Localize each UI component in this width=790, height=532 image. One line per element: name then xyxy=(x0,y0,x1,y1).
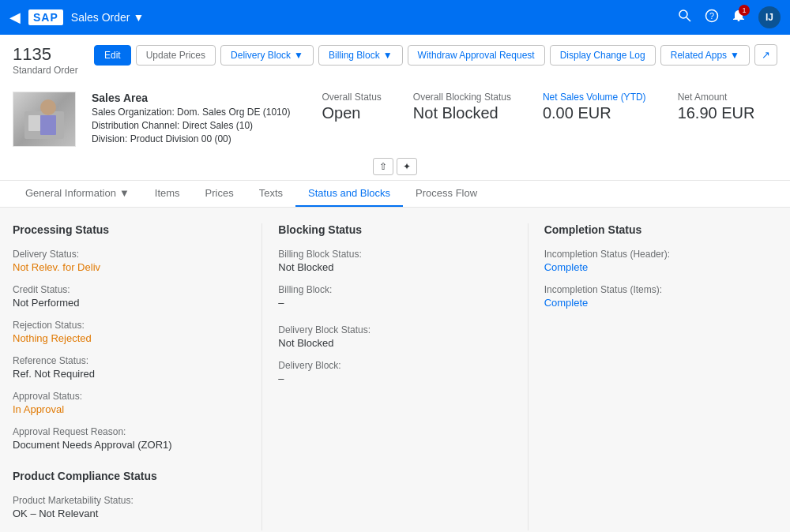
action-buttons: Edit Update Prices Delivery Block ▼ Bill… xyxy=(94,44,777,66)
scroll-down-button[interactable]: ✦ xyxy=(397,158,417,175)
approval-status-value: In Approval xyxy=(13,403,230,415)
delivery-block-button[interactable]: Delivery Block ▼ xyxy=(220,45,314,66)
order-number: 1135 xyxy=(13,44,78,65)
header-top: 1135 Standard Order Edit Update Prices D… xyxy=(13,44,777,76)
incompletion-header-field: Incompletion Status (Header): Complete xyxy=(544,249,762,273)
scroll-up-button[interactable]: ⇧ xyxy=(373,158,393,175)
user-avatar[interactable]: IJ xyxy=(758,6,781,28)
credit-status-label: Credit Status: xyxy=(13,284,230,295)
status-row: Overall Status Open Overall Blocking Sta… xyxy=(322,92,777,122)
incompletion-items-value: Complete xyxy=(544,297,762,309)
tab-prices[interactable]: Prices xyxy=(193,181,246,207)
division-detail: Division: Product Division 00 (00) xyxy=(92,133,290,144)
approval-request-reason-label: Approval Request Reason: xyxy=(13,426,230,437)
title-dropdown-icon: ▼ xyxy=(134,11,145,24)
edit-button[interactable]: Edit xyxy=(94,45,131,66)
sap-logo: SAP xyxy=(28,9,63,25)
approval-request-reason-value: Document Needs Approval (ZOR1) xyxy=(13,439,230,451)
delivery-status-value: Not Relev. for Deliv xyxy=(13,261,230,273)
scroll-indicator: ⇧ ✦ xyxy=(13,153,777,180)
rejection-status-value: Nothing Rejected xyxy=(13,332,230,344)
order-info: 1135 Standard Order xyxy=(13,44,78,76)
share-button[interactable]: ↗ xyxy=(754,44,777,66)
delivery-block-arrow: ▼ xyxy=(294,50,303,61)
notification-icon[interactable]: 1 xyxy=(732,9,746,27)
blocking-status-value: Not Blocked xyxy=(413,104,511,122)
reference-status-value: Ref. Not Required xyxy=(13,368,230,380)
completion-status-column: Completion Status Incompletion Status (H… xyxy=(544,223,777,530)
svg-point-7 xyxy=(40,99,56,115)
delivery-block-status-label: Delivery Block Status: xyxy=(278,324,495,335)
svg-rect-6 xyxy=(28,115,40,131)
blocking-status-column: Blocking Status Billing Block Status: No… xyxy=(278,223,511,530)
division-value: Product Division 00 (00) xyxy=(130,133,231,144)
svg-rect-4 xyxy=(738,20,740,21)
sales-org-detail: Sales Organization: Dom. Sales Org DE (1… xyxy=(92,107,290,118)
withdraw-approval-button[interactable]: Withdraw Approval Request xyxy=(408,45,545,66)
tab-process-flow-label: Process Flow xyxy=(416,187,477,199)
related-apps-button[interactable]: Related Apps ▼ xyxy=(660,45,750,66)
credit-status-field: Credit Status: Not Performed xyxy=(13,284,230,309)
topbar-left: ◀ SAP Sales Order ▼ xyxy=(9,9,144,26)
order-type: Standard Order xyxy=(13,65,78,76)
tabs-bar: General Information ▼ Items Prices Texts… xyxy=(0,181,790,208)
dist-channel-detail: Distribution Channel: Direct Sales (10) xyxy=(92,120,290,131)
update-prices-button[interactable]: Update Prices xyxy=(136,45,216,66)
product-compliance-title: Product Compliance Status xyxy=(13,470,230,482)
blocking-status-label: Overall Blocking Status xyxy=(413,92,511,103)
billing-block-button[interactable]: Billing Block ▼ xyxy=(318,45,403,66)
billing-block-status-field: Billing Block Status: Not Blocked xyxy=(278,249,495,273)
billing-block-value: – xyxy=(278,297,495,309)
net-sales-item: Net Sales Volume (YTD) 0.00 EUR xyxy=(543,92,646,122)
delivery-block-status-field: Delivery Block Status: Not Blocked xyxy=(278,324,495,349)
display-change-log-button[interactable]: Display Change Log xyxy=(550,45,656,66)
rejection-status-label: Rejection Status: xyxy=(13,320,230,331)
blocking-status-item: Overall Blocking Status Not Blocked xyxy=(413,92,511,122)
tab-general-information[interactable]: General Information ▼ xyxy=(13,181,142,207)
billing-block-status-label: Billing Block Status: xyxy=(278,249,495,260)
processing-status-column: Processing Status Delivery Status: Not R… xyxy=(13,223,246,530)
incompletion-items-field: Incompletion Status (Items): Complete xyxy=(544,284,762,309)
back-button[interactable]: ◀ xyxy=(9,9,21,26)
tab-general-information-label: General Information xyxy=(25,187,116,199)
tab-process-flow[interactable]: Process Flow xyxy=(403,181,490,207)
svg-rect-8 xyxy=(40,115,56,135)
tab-status-and-blocks[interactable]: Status and Blocks xyxy=(295,181,403,207)
completion-status-title: Completion Status xyxy=(544,223,762,236)
net-amount-item: Net Amount 16.90 EUR xyxy=(678,92,755,122)
product-marketability-label: Product Marketability Status: xyxy=(13,495,230,506)
delivery-block-status-value: Not Blocked xyxy=(278,337,495,349)
search-icon[interactable] xyxy=(678,9,692,27)
app-title[interactable]: Sales Order ▼ xyxy=(71,11,145,24)
sales-area-info: Sales Area Sales Organization: Dom. Sale… xyxy=(92,92,290,144)
delivery-block-field: Delivery Block: – xyxy=(278,360,495,384)
delivery-block-label: Delivery Block: xyxy=(278,360,495,371)
svg-line-1 xyxy=(687,17,690,21)
overall-status-item: Overall Status Open xyxy=(322,92,381,122)
status-columns: Processing Status Delivery Status: Not R… xyxy=(13,223,777,530)
billing-block-field: Billing Block: – xyxy=(278,284,495,309)
tab-general-information-arrow: ▼ xyxy=(119,187,130,199)
help-icon[interactable]: ? xyxy=(705,9,719,27)
product-image xyxy=(13,92,76,147)
header-section: 1135 Standard Order Edit Update Prices D… xyxy=(0,35,790,181)
content-panel: Processing Status Delivery Status: Not R… xyxy=(0,208,790,530)
tab-texts[interactable]: Texts xyxy=(246,181,295,207)
tab-status-and-blocks-label: Status and Blocks xyxy=(308,187,390,199)
column-divider-1 xyxy=(261,223,262,530)
delivery-block-value: – xyxy=(278,373,495,384)
product-image-placeholder xyxy=(13,92,75,146)
scroll-buttons: ⇧ ✦ xyxy=(373,158,417,175)
overall-status-value: Open xyxy=(322,104,381,122)
delivery-status-field: Delivery Status: Not Relev. for Deliv xyxy=(13,249,230,273)
tab-items[interactable]: Items xyxy=(142,181,193,207)
reference-status-label: Reference Status: xyxy=(13,355,230,366)
svg-point-0 xyxy=(679,10,687,18)
tab-prices-label: Prices xyxy=(205,187,234,199)
sales-org-label: Sales Organization: xyxy=(92,107,175,118)
notification-count: 1 xyxy=(739,5,750,16)
net-sales-value: 0.00 EUR xyxy=(543,104,646,122)
overall-status-label: Overall Status xyxy=(322,92,381,103)
credit-status-value: Not Performed xyxy=(13,297,230,309)
division-label: Division: xyxy=(92,133,127,144)
